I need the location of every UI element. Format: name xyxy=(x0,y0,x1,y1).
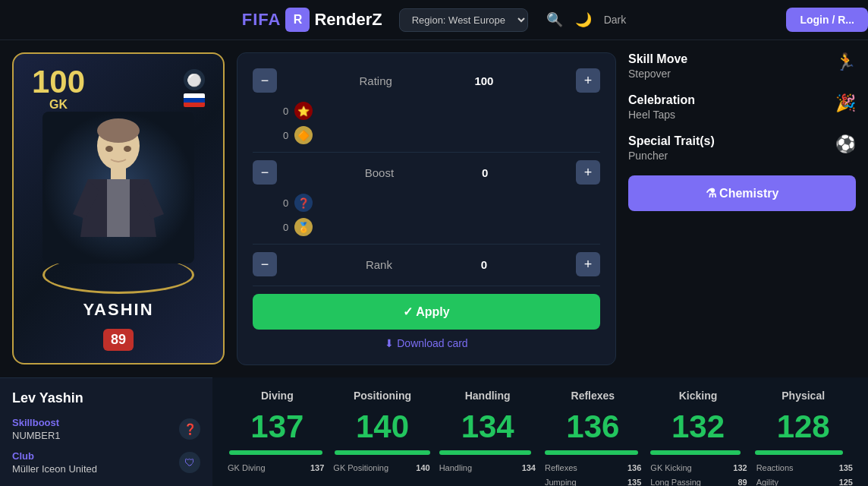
stat-bars xyxy=(225,450,856,455)
bar-positioning xyxy=(330,450,436,455)
detail-num-long-passing: 89 xyxy=(737,477,747,486)
bottom-section: Lev Yashin Skillboost NUMBER1 ❓ Club Mül… xyxy=(0,377,868,486)
celebration-info: Celebration Heel Taps xyxy=(628,93,695,121)
detail-num-gk-kicking: 132 xyxy=(733,462,747,474)
special-trait-icon: ⚽ xyxy=(835,134,856,154)
rating-sub-val-1: 0 xyxy=(283,106,288,117)
celebration-row: Celebration Heel Taps 🎉 xyxy=(628,93,856,121)
controls-panel: − Rating 100 + 0 ⭐ 0 🔶 − Boost 0 + 0 ❓ 0… xyxy=(237,52,616,365)
stats-values: 137 140 134 136 132 128 xyxy=(225,411,856,443)
apply-button[interactable]: ✓ Apply xyxy=(253,294,600,330)
detail-row-gk-diving: GK Diving 137 xyxy=(228,462,324,474)
skillboost-label: Skillboost xyxy=(12,417,61,428)
boost-sub-row-2: 0 🏅 xyxy=(283,218,600,236)
rank-increment-button[interactable]: + xyxy=(576,252,600,276)
rating-increment-button[interactable]: + xyxy=(576,68,600,93)
detail-row-handling: Handling 134 xyxy=(439,462,536,474)
detail-num-gk-diving: 137 xyxy=(310,462,324,474)
player-card: 100 GK ⚪ xyxy=(12,52,225,364)
celebration-title: Celebration xyxy=(628,93,695,107)
boost-icon-1: ❓ xyxy=(294,194,313,212)
divider-3 xyxy=(253,286,600,286)
region-select[interactable]: Region: West Europe xyxy=(399,8,528,32)
boost-sub-val-1: 0 xyxy=(283,197,288,209)
detail-label-agility: Agility xyxy=(756,477,778,486)
stat-val-physical: 128 xyxy=(750,411,856,443)
skill-move-value: Stepover xyxy=(628,68,687,80)
stat-val-handling: 134 xyxy=(435,411,540,443)
rating-sub-val-2: 0 xyxy=(283,130,288,141)
dark-mode-icon[interactable]: 🌙 xyxy=(575,11,592,28)
header: FIFA R RenderZ Region: West Europe 🔍 🌙 D… xyxy=(0,0,868,40)
detail-label-long-passing: Long Passing xyxy=(650,477,701,486)
detail-num-reflexes: 136 xyxy=(627,462,641,474)
detail-col-reflexes: Reflexes 136 Jumping 135 xyxy=(542,462,644,486)
special-trait-value: Puncher xyxy=(628,150,715,162)
special-trait-row: Special Trait(s) Puncher ⚽ xyxy=(628,134,856,162)
boost-value: 0 xyxy=(482,166,488,179)
card-position: GK xyxy=(32,98,85,112)
skill-move-title: Skill Move xyxy=(628,52,687,66)
boost-decrement-button[interactable]: − xyxy=(253,160,277,185)
skillboost-value: NUMBER1 xyxy=(12,430,61,441)
bar-diving xyxy=(225,450,330,455)
russia-flag-card xyxy=(184,93,205,107)
stats-details: GK Diving 137 GK Positioning 140 Handlin… xyxy=(225,462,856,486)
dark-label: Dark xyxy=(604,14,627,26)
stat-val-reflexes: 136 xyxy=(540,411,646,443)
boost-control-row: − Boost 0 + xyxy=(253,160,600,185)
rank-value: 0 xyxy=(481,258,487,271)
celebration-value: Heel Taps xyxy=(628,109,695,121)
club-label: Club xyxy=(12,450,97,462)
rating-sub-row-2: 0 🔶 xyxy=(283,126,600,144)
svg-point-5 xyxy=(124,146,131,152)
player-full-name: Lev Yashin xyxy=(12,390,200,406)
special-trait-title: Special Trait(s) xyxy=(628,134,715,148)
stat-header-reflexes: Reflexes xyxy=(540,390,646,402)
svg-point-4 xyxy=(105,146,113,152)
divider-1 xyxy=(253,152,600,153)
detail-col-diving: GK Diving 137 xyxy=(225,462,327,486)
detail-num-agility: 125 xyxy=(839,477,853,486)
boost-increment-button[interactable]: + xyxy=(576,160,600,185)
boost-label: Boost xyxy=(365,166,394,179)
rating-control-row: − Rating 100 + xyxy=(253,68,600,93)
detail-row-gk-kicking: GK Kicking 132 xyxy=(650,462,747,474)
detail-row-agility: Agility 125 xyxy=(756,477,853,486)
rank-control-row: − Rank 0 + xyxy=(253,252,600,276)
rank-decrement-button[interactable]: − xyxy=(253,252,277,276)
download-button[interactable]: ⬇ Download card xyxy=(253,337,600,349)
detail-label-gk-kicking: GK Kicking xyxy=(650,462,691,474)
detail-col-physical: Reactions 135 Agility 125 Sprint Speed 9… xyxy=(753,462,856,486)
right-panel: Skill Move Stepover 🏃 Celebration Heel T… xyxy=(628,52,856,211)
bar-physical xyxy=(750,450,856,455)
club-icon: 🛡 xyxy=(179,452,200,473)
detail-num-gk-positioning: 140 xyxy=(416,462,429,474)
detail-row-jumping: Jumping 135 xyxy=(545,477,641,486)
skillboost-info: Skillboost NUMBER1 xyxy=(12,417,61,441)
skill-move-row: Skill Move Stepover 🏃 xyxy=(628,52,856,80)
bar-kicking xyxy=(646,450,751,455)
rating-icon-1: ⭐ xyxy=(294,102,313,120)
stats-section: Diving Positioning Handling Reflexes Kic… xyxy=(212,377,868,486)
search-icon[interactable]: 🔍 xyxy=(546,11,563,28)
rating-icon-2: 🔶 xyxy=(294,126,313,144)
chemistry-button[interactable]: ⚗ Chemistry xyxy=(628,175,856,211)
special-trait-info: Special Trait(s) Puncher xyxy=(628,134,715,162)
stats-header: Diving Positioning Handling Reflexes Kic… xyxy=(225,390,856,402)
stat-header-kicking: Kicking xyxy=(646,390,751,402)
detail-col-kicking: GK Kicking 132 Long Passing 89 xyxy=(647,462,750,486)
detail-num-jumping: 135 xyxy=(627,477,641,486)
detail-label-reflexes: Reflexes xyxy=(545,462,577,474)
login-button[interactable]: Login / R... xyxy=(786,8,868,32)
boost-icon-2: 🏅 xyxy=(294,218,313,236)
rank-label: Rank xyxy=(366,258,392,271)
logo: FIFA R RenderZ xyxy=(242,8,382,32)
skillboost-icon: ❓ xyxy=(179,418,200,440)
rating-decrement-button[interactable]: − xyxy=(253,68,277,93)
player-image xyxy=(58,115,179,260)
stat-val-positioning: 140 xyxy=(330,411,436,443)
card-name: YASHIN xyxy=(26,300,211,320)
detail-row-gk-positioning: GK Positioning 140 xyxy=(333,462,429,474)
bar-reflexes xyxy=(540,450,646,455)
